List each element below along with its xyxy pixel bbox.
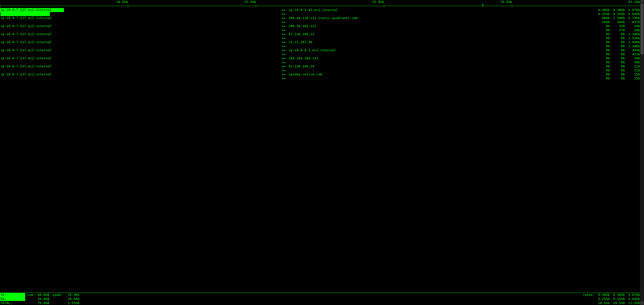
tx-rate-1: 9.30Gb: [595, 8, 610, 12]
arrow-tx-icon: =>: [281, 32, 289, 36]
rx-rate-1: 9.25Gb: [595, 297, 610, 301]
arrow-rx-icon: <=: [281, 52, 289, 56]
scroll-up-icon[interactable]: ^: [640, 0, 644, 4]
tx-rate-3: 1.18Kb: [625, 32, 640, 36]
rx-rate-3: 1.28Kb: [625, 44, 640, 48]
rx-rate-3: 5.64Gb: [625, 12, 640, 16]
tx-cum: 40.0GB: [35, 293, 50, 297]
arrow-rx-icon: <=: [281, 60, 289, 64]
connection-row-rx[interactable]: <=0b37b28b: [0, 28, 640, 32]
arrow-rx-icon: <=: [281, 20, 289, 24]
arrow-tx-icon: =>: [281, 8, 289, 12]
rx-rate-1: 9.25Gb: [595, 12, 610, 16]
source-host: ip-10-0-7-227.ec2.internal: [0, 32, 281, 36]
scroll-thumb[interactable]: [640, 4, 643, 54]
tx-rate-1: 0b: [595, 24, 610, 28]
tx-rate-3: 30b: [625, 56, 640, 60]
total-rate-3: 11.3Gb: [625, 301, 640, 305]
tx-rate-2: 32b: [610, 24, 625, 28]
source-host: ip-10-0-7-227.ec2.internal: [0, 8, 281, 12]
summary-panel: TX: cum: 40.0GB peak: 25.3Kb rates: 9.30…: [0, 293, 640, 305]
tx-rate-2: 9.30Gb: [610, 293, 625, 297]
arrow-tx-icon: =>: [281, 16, 289, 20]
connection-row-tx[interactable]: ip-10-0-7-227.ec2.internal=>ip-10-0-1-43…: [0, 8, 640, 12]
tx-rate-2: 9.30Gb: [610, 8, 625, 12]
total-label: TOTAL:: [0, 301, 25, 305]
rx-rate-1: 0b: [595, 68, 610, 72]
vertical-scrollbar[interactable]: ^ v: [640, 0, 644, 305]
connection-row-rx[interactable]: <=0b0b1.52Kb: [0, 36, 640, 40]
rx-rate-3: 30b: [625, 60, 640, 64]
scale-tick: [256, 5, 256, 7]
destination-host: 169.254.169.123: [289, 56, 595, 60]
connection-row-tx[interactable]: ip-10-0-7-227.ec2.internal=>169.254.169.…: [0, 56, 640, 60]
summary-total-row: TOTAL: 79.8GB 2.55Gb 18.5Gb 18.5Gb 11.3G…: [0, 301, 640, 305]
destination-host: 67.220.245.24: [289, 64, 595, 68]
tx-rate-2: 0b: [610, 32, 625, 36]
destination-host: 204.44.110.111.static.quadranet.com: [289, 16, 595, 20]
source-host: ip-10-0-7-227.ec2.internal: [0, 16, 281, 20]
rx-rate-2: 184b: [610, 20, 625, 24]
connection-row-tx[interactable]: ip-10-0-7-227.ec2.internal=>72.21.207.46…: [0, 40, 640, 44]
connection-row-rx[interactable]: <=0b0b421b: [0, 52, 640, 56]
connection-row-tx[interactable]: ip-10-0-7-227.ec2.internal=>spidey.relli…: [0, 72, 640, 76]
tx-rate-3: 1.04Kb: [625, 40, 640, 44]
rx-rate-2: 37b: [610, 28, 625, 32]
connection-row-tx[interactable]: ip-10-0-7-227.ec2.internal=>67.220.245.2…: [0, 32, 640, 36]
connection-list[interactable]: ip-10-0-7-227.ec2.internal=>ip-10-0-1-43…: [0, 8, 640, 293]
connection-row-rx[interactable]: <=0b0b15b: [0, 76, 640, 80]
bandwidth-scale: 18.6Gb37.3Gb55.9Gb74.5Gb93.1Gb: [0, 0, 640, 8]
arrow-rx-icon: <=: [281, 76, 289, 80]
connection-row-rx[interactable]: <=0b0b1.28Kb: [0, 44, 640, 48]
rx-rate-2: 9.25Gb: [610, 12, 625, 16]
destination-host: 72.21.207.46: [289, 40, 595, 44]
arrow-tx-icon: =>: [281, 72, 289, 76]
source-host: ip-10-0-7-227.ec2.internal: [0, 40, 281, 44]
rx-rate-1: 0b: [595, 76, 610, 80]
rx-rate-2: 0b: [610, 36, 625, 40]
connection-row-rx[interactable]: <=184b184b837b: [0, 20, 640, 24]
scale-tick: [384, 5, 384, 7]
tx-rate-3: 24b: [625, 24, 640, 28]
connection-row-rx[interactable]: <=9.25Gb9.25Gb5.64Gb: [0, 12, 640, 16]
scale-baseline: [0, 6, 640, 6]
rx-rate-3: 421b: [625, 52, 640, 56]
connection-row-tx[interactable]: ip-10-0-7-227.ec2.internal=>67.220.245.2…: [0, 64, 640, 68]
connection-row-tx[interactable]: ip-10-0-7-227.ec2.internal=>209.54.183.2…: [0, 24, 640, 28]
scale-label: 18.6Gb: [116, 0, 128, 4]
arrow-rx-icon: <=: [281, 36, 289, 40]
arrow-rx-icon: <=: [281, 68, 289, 72]
rx-rate-1: 0b: [595, 28, 610, 32]
tx-rate-3: 15b: [625, 72, 640, 76]
connection-row-rx[interactable]: <=0b0b30b: [0, 60, 640, 64]
scale-tick: [0, 5, 0, 7]
connection-row-tx[interactable]: ip-10-0-7-227.ec2.internal=>ip-10-0-0-2.…: [0, 48, 640, 52]
cum-label: cum:: [25, 293, 35, 297]
rx-cum: 39.8GB: [35, 297, 50, 301]
arrow-rx-icon: <=: [281, 28, 289, 32]
rx-rate-1: 0b: [595, 52, 610, 56]
tx-rate-2: 0b: [610, 48, 625, 52]
scale-tick: [512, 5, 512, 7]
scroll-down-icon[interactable]: v: [640, 301, 644, 305]
scale-label: 93.1Gb: [628, 0, 640, 4]
rx-rate-3: 15b: [625, 76, 640, 80]
rx-rate-1: 184b: [595, 20, 610, 24]
destination-host: ip-10-0-1-43.ec2.internal: [289, 8, 595, 12]
tx-rate-2: 0b: [610, 40, 625, 44]
tx-rate-2: 1.50Kb: [610, 16, 625, 20]
connection-row-rx[interactable]: <=0b0b31b: [0, 68, 640, 72]
summary-tx-row: TX: cum: 40.0GB peak: 25.3Kb rates: 9.30…: [0, 293, 640, 297]
tx-rate-2: 0b: [610, 72, 625, 76]
rx-rate-1: 0b: [595, 44, 610, 48]
tx-rate-1: 880b: [595, 16, 610, 20]
rx-rate-2: 0b: [610, 76, 625, 80]
rx-rate-2: 0b: [610, 68, 625, 72]
tx-rate-3: 2.75Kb: [625, 16, 640, 20]
rx-rate-2: 9.25Gb: [610, 297, 625, 301]
arrow-tx-icon: =>: [281, 48, 289, 52]
iftop-screen: 18.6Gb37.3Gb55.9Gb74.5Gb93.1Gb ip-10-0-7…: [0, 0, 644, 305]
rx-rate-1: 0b: [595, 60, 610, 64]
tx-label: TX:: [0, 293, 25, 297]
connection-row-tx[interactable]: ip-10-0-7-227.ec2.internal=>204.44.110.1…: [0, 16, 640, 20]
